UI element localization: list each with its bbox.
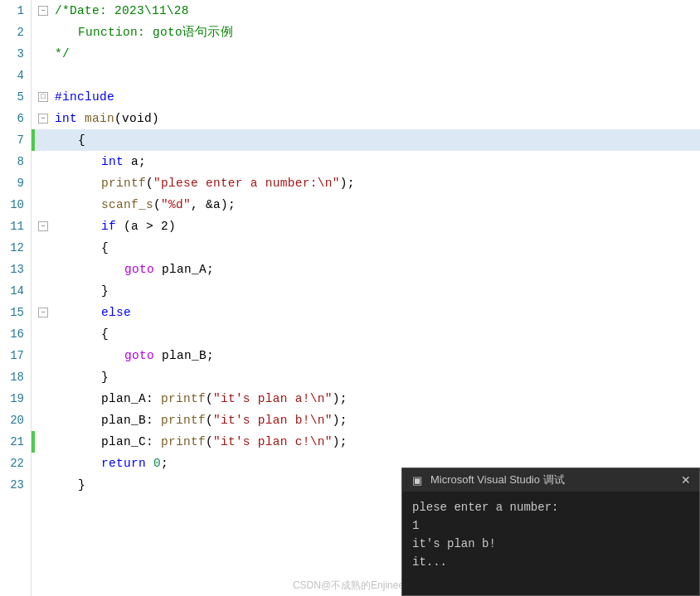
code-text: #include: [51, 86, 114, 108]
collapse-button[interactable]: □: [38, 92, 48, 102]
code-text: printf("plese enter a number:\n");: [98, 172, 355, 194]
code-line: Function: goto语句示例: [32, 22, 700, 43]
code-text: {: [98, 323, 109, 345]
code-line: −int main(void): [32, 108, 700, 129]
collapse-button[interactable]: −: [38, 114, 48, 124]
code-line: }: [32, 366, 700, 388]
collapse-button[interactable]: −: [38, 6, 48, 16]
console-output-line: it's plan b!: [412, 535, 689, 553]
code-editor: 1234567891011121314151617181920212223 −/…: [0, 0, 700, 596]
code-line: scanf_s("%d", &a);: [32, 194, 700, 216]
console-title-text: Microsoft Visual Studio 调试: [430, 472, 565, 487]
code-text: goto plan_A;: [121, 259, 214, 280]
green-breakpoint-bar: [32, 129, 35, 151]
code-text: Function: goto语句示例: [75, 22, 233, 43]
console-title-left: ▣ Microsoft Visual Studio 调试: [411, 472, 565, 487]
code-line: plan_C: printf("it's plan c!\n");: [32, 431, 700, 453]
green-breakpoint-bar: [32, 431, 35, 453]
console-titlebar: ▣ Microsoft Visual Studio 调试 ✕: [402, 468, 699, 492]
code-line: int a;: [32, 151, 700, 172]
code-text: {: [98, 237, 109, 259]
code-text: else: [98, 302, 131, 323]
collapse-button[interactable]: −: [38, 221, 48, 231]
collapse-button[interactable]: −: [38, 308, 48, 317]
code-line: {: [32, 237, 700, 259]
code-text: }: [98, 280, 109, 302]
code-line: □#include: [32, 86, 700, 108]
line-numbers: 1234567891011121314151617181920212223: [0, 0, 32, 596]
code-line: printf("plese enter a number:\n");: [32, 172, 700, 194]
code-line: [32, 65, 700, 86]
code-text: }: [75, 474, 85, 496]
code-line: −if (a > 2): [32, 216, 700, 237]
code-text: */: [51, 43, 70, 65]
code-line: plan_B: printf("it's plan b!\n");: [32, 409, 700, 431]
code-text: }: [98, 366, 109, 388]
code-text: /*Date: 2023\11\28: [51, 0, 189, 22]
code-line: goto plan_A;: [32, 259, 700, 280]
code-text: goto plan_B;: [121, 345, 214, 366]
code-text: plan_A: printf("it's plan a!\n");: [98, 388, 348, 409]
code-text: if (a > 2): [98, 216, 176, 237]
code-line: }: [32, 280, 700, 302]
code-line: {: [32, 323, 700, 345]
code-line: {: [32, 129, 700, 151]
code-line: goto plan_B;: [32, 345, 700, 366]
code-text: return 0;: [98, 453, 168, 474]
console-output-line: it...: [412, 553, 689, 571]
code-text: {: [75, 129, 85, 151]
code-text: scanf_s("%d", &a);: [98, 194, 236, 216]
code-text: plan_C: printf("it's plan c!\n");: [98, 431, 348, 453]
console-window: ▣ Microsoft Visual Studio 调试 ✕ plese ent…: [401, 468, 700, 596]
console-app-icon: ▣: [411, 473, 424, 487]
code-line: plan_A: printf("it's plan a!\n");: [32, 388, 700, 409]
code-line: −/*Date: 2023\11\28: [32, 0, 700, 22]
code-line: −else: [32, 302, 700, 323]
code-text: plan_B: printf("it's plan b!\n");: [98, 409, 348, 431]
console-close-button[interactable]: ✕: [681, 473, 691, 487]
code-text: int a;: [98, 151, 146, 172]
code-text: int main(void): [51, 108, 159, 129]
console-output-line: plese enter a number:: [412, 498, 689, 516]
console-output-line: 1: [412, 516, 689, 535]
code-line: */: [32, 43, 700, 65]
console-output: plese enter a number:1it's plan b!it...: [402, 492, 699, 578]
